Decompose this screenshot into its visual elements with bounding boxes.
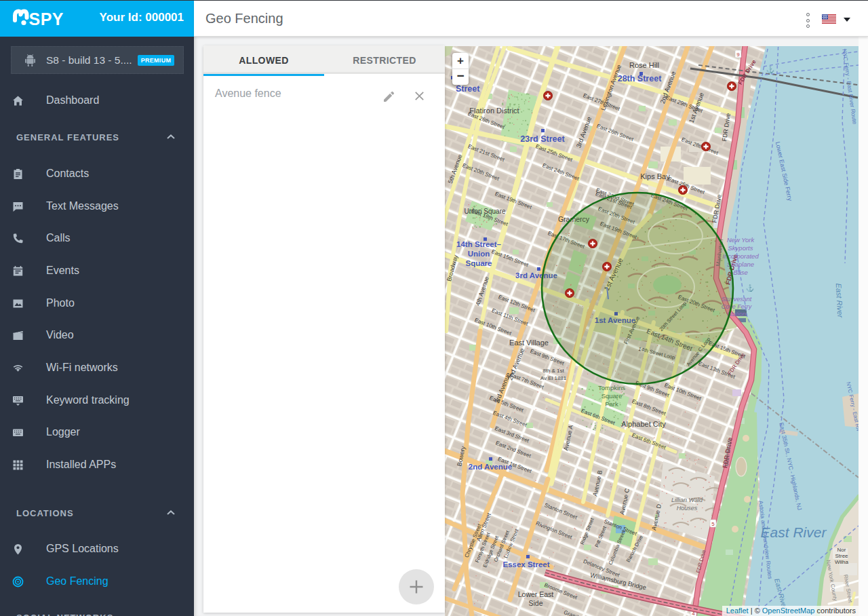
svg-text:Rose Hill: Rose Hill [629,61,659,69]
svg-text:28th Street: 28th Street [618,74,662,83]
svg-text:SPY: SPY [29,9,64,28]
svg-text:Square: Square [601,392,623,400]
svg-text:Park: Park [605,400,618,408]
svg-text:Av El 1881: Av El 1881 [540,375,567,381]
svg-text:Essex Street: Essex Street [502,560,549,569]
svg-text:Houses: Houses [677,505,698,512]
svg-text:2nd Avenue: 2nd Avenue [469,463,512,471]
svg-text:✈: ✈ [736,267,741,274]
svg-text:14th Street–: 14th Street– [456,240,501,248]
svg-text:Side: Side [528,599,542,607]
svg-text:Union Square: Union Square [464,208,506,215]
svg-text:Union: Union [468,250,490,258]
svg-text:Lower East: Lower East [518,590,554,598]
svg-text:8th & 1st: 8th & 1st [542,368,564,374]
svg-text:Flatiron District: Flatiron District [469,107,519,115]
svg-text:Stree: Stree [835,553,848,559]
svg-text:East River: East River [761,524,827,540]
svg-text:Nor: Nor [837,547,846,553]
svg-text:9: 9 [736,52,740,58]
svg-text:New York: New York [727,236,755,244]
svg-text:East Village: East Village [509,339,549,347]
svg-text:Wilha: Wilha [835,559,849,565]
svg-text:Lillian Wald: Lillian Wald [671,497,703,503]
svg-text:Skyports: Skyports [728,244,753,252]
svg-text:⚓: ⚓ [766,65,775,74]
svg-text:Street: Street [456,84,480,94]
svg-text:Square: Square [466,259,492,267]
svg-text:Alphabet City: Alphabet City [621,420,666,428]
svg-text:5: 5 [711,521,715,527]
svg-text:Kips Bay: Kips Bay [640,172,670,180]
svg-text:⚓: ⚓ [746,284,755,292]
svg-text:23rd Street: 23rd Street [520,134,565,144]
svg-text:Tompkins: Tompkins [598,384,625,391]
